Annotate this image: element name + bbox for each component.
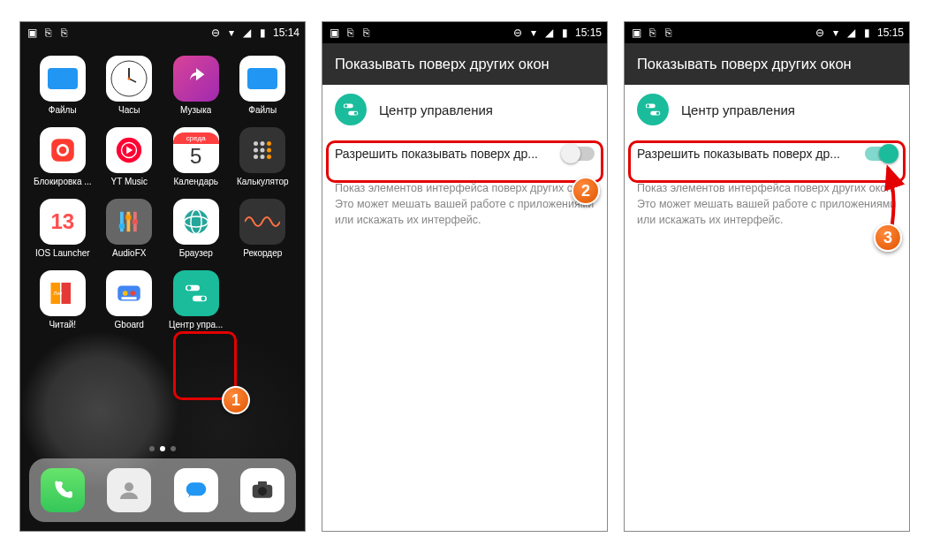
control-center-icon	[335, 94, 367, 125]
app-ios-launcher[interactable]: 13IOS Launcher	[29, 199, 96, 258]
status-bar: ▣ ⎘ ⎘ ⊖ ▾ ◢ ▮ 15:15	[322, 22, 607, 43]
wifi-icon: ▾	[527, 26, 540, 39]
svg-point-11	[267, 141, 271, 146]
app-files-2[interactable]: Файлы	[230, 56, 297, 115]
page-dot-active	[160, 446, 165, 451]
permission-row[interactable]: Разрешить показывать поверх др...	[625, 134, 909, 173]
app-name: Центр управления	[681, 102, 795, 117]
phone-home-screen: ▣ ⎘ ⎘ ⊖ ▾ ◢ ▮ 15:14 Файлы Часы Музыка Фа…	[19, 21, 306, 532]
app-clock[interactable]: Часы	[96, 56, 163, 115]
svg-point-14	[267, 148, 271, 153]
ios13-icon: 13	[40, 199, 86, 245]
svg-point-16	[261, 155, 265, 159]
svg-point-6	[59, 147, 67, 155]
calculator-icon	[239, 127, 285, 173]
page-dot	[149, 446, 155, 451]
app-info-row: Центр управления	[322, 85, 607, 134]
app-lock[interactable]: Блокировка ...	[29, 127, 96, 186]
svg-point-3	[128, 78, 131, 80]
step-badge-3: 3	[874, 223, 902, 252]
dock-contacts[interactable]	[107, 468, 151, 512]
dnd-icon: ⊖	[814, 26, 826, 39]
svg-point-31	[123, 291, 128, 296]
music-icon	[173, 56, 219, 102]
dnd-icon: ⊖	[512, 26, 524, 39]
folder-icon	[239, 56, 285, 102]
app-recorder[interactable]: Рекордер	[230, 199, 297, 258]
audiofx-icon	[106, 199, 152, 245]
app-browser[interactable]: Браузер	[163, 199, 230, 258]
cast-icon: ⎘	[646, 26, 658, 39]
battery-icon: ▮	[861, 26, 874, 39]
clock-text: 15:15	[877, 26, 904, 39]
dock-camera[interactable]	[240, 468, 284, 512]
svg-point-46	[354, 111, 357, 114]
permission-row[interactable]: Разрешить показывать поверх др...	[322, 134, 607, 173]
app-info-row: Центр управления	[625, 85, 909, 134]
signal-icon: ◢	[845, 26, 858, 39]
status-bar: ▣ ⎘ ⎘ ⊖ ▾ ◢ ▮ 15:15	[625, 22, 909, 43]
wifi-icon: ▾	[225, 26, 238, 39]
svg-rect-39	[186, 482, 207, 496]
page-dot	[171, 446, 176, 451]
cast-icon-2: ⎘	[360, 26, 372, 39]
svg-point-10	[261, 141, 265, 146]
svg-point-38	[125, 482, 133, 491]
app-calendar[interactable]: среда5Календарь	[163, 127, 230, 186]
phone-settings-on: ▣ ⎘ ⎘ ⊖ ▾ ◢ ▮ 15:15 Показывать поверх др…	[624, 21, 910, 532]
dock	[29, 458, 296, 522]
read-icon: Лит	[40, 270, 86, 316]
control-center-icon	[637, 94, 669, 125]
app-calculator[interactable]: Калькулятор	[230, 127, 297, 186]
svg-rect-22	[126, 216, 132, 220]
svg-text:Лит: Лит	[53, 291, 62, 296]
svg-point-37	[201, 297, 205, 301]
svg-point-24	[184, 210, 208, 234]
permission-description: Показ элементов интерфейса поверх других…	[625, 173, 909, 235]
settings-title: Показывать поверх других окон	[322, 43, 607, 85]
app-files-1[interactable]: Файлы	[29, 56, 96, 115]
calendar-icon: среда5	[173, 127, 219, 173]
step-badge-2: 2	[572, 177, 600, 205]
app-gboard[interactable]: Gboard	[96, 270, 163, 329]
svg-point-35	[186, 286, 191, 291]
app-name: Центр управления	[379, 102, 493, 117]
cast-icon: ⎘	[344, 26, 356, 39]
battery-icon: ▮	[559, 26, 572, 39]
svg-rect-23	[133, 220, 138, 224]
svg-point-44	[345, 104, 347, 107]
svg-rect-28	[61, 283, 71, 304]
battery-icon: ▮	[257, 26, 269, 39]
ytmusic-icon	[106, 127, 152, 173]
app-ytmusic[interactable]: YT Music	[96, 127, 163, 186]
svg-point-9	[254, 141, 258, 146]
app-control-center[interactable]: Центр упра...	[163, 270, 230, 329]
svg-rect-21	[119, 224, 125, 229]
screenshot-icon: ▣	[328, 26, 340, 39]
cast-icon-2: ⎘	[662, 26, 674, 39]
clock-text: 15:14	[273, 26, 299, 39]
app-music[interactable]: Музыка	[163, 56, 230, 115]
page-indicator[interactable]	[20, 446, 305, 451]
svg-point-17	[267, 155, 271, 159]
dnd-icon: ⊖	[209, 26, 222, 39]
app-audiofx[interactable]: AudioFX	[96, 199, 163, 258]
overlay-toggle-off[interactable]	[563, 147, 595, 161]
svg-point-12	[254, 148, 258, 153]
wifi-icon: ▾	[830, 26, 842, 39]
app-read[interactable]: ЛитЧитай!	[29, 270, 96, 329]
dock-messages[interactable]	[174, 468, 218, 512]
svg-point-50	[656, 111, 659, 114]
svg-point-13	[261, 148, 265, 153]
svg-rect-42	[258, 481, 267, 486]
svg-rect-18	[120, 212, 124, 232]
phone-settings-off: ▣ ⎘ ⎘ ⊖ ▾ ◢ ▮ 15:15 Показывать поверх др…	[322, 21, 608, 532]
dock-phone[interactable]	[41, 468, 85, 512]
status-bar: ▣ ⎘ ⎘ ⊖ ▾ ◢ ▮ 15:14	[20, 22, 305, 43]
svg-rect-33	[122, 297, 137, 299]
clock-text: 15:15	[575, 26, 602, 39]
permission-description: Показ элементов интерфейса поверх других…	[322, 173, 607, 235]
screenshot-icon: ▣	[26, 26, 38, 39]
svg-point-15	[254, 155, 258, 159]
overlay-toggle-on[interactable]	[865, 147, 897, 161]
